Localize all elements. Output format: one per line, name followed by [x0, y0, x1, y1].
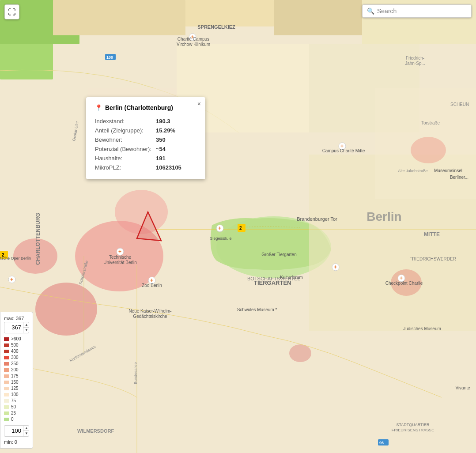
svg-text:FRIEDRICHSWERDER: FRIEDRICHSWERDER: [409, 257, 456, 261]
svg-text:CHARLOTTENBURG: CHARLOTTENBURG: [35, 213, 41, 265]
svg-text:+: +: [334, 264, 337, 270]
min-decrement-button[interactable]: ▼: [23, 431, 29, 436]
svg-text:SCHEUN: SCHEUN: [450, 102, 469, 107]
svg-text:100: 100: [106, 55, 113, 60]
search-bar[interactable]: 🔍: [362, 4, 472, 18]
svg-point-9: [35, 283, 97, 336]
legend-scale-item: 250: [4, 361, 29, 367]
popup-row-label: MikroPLZ:: [95, 163, 156, 172]
svg-rect-6: [274, 0, 362, 35]
svg-text:+: +: [10, 276, 13, 283]
popup-row-label: Potenzial (Bewohner):: [95, 144, 156, 154]
svg-text:Deutsche Oper Berlin: Deutsche Oper Berlin: [0, 256, 31, 260]
popup-data-row: Bewohner:350: [95, 135, 196, 144]
svg-text:Vivante: Vivante: [455, 385, 470, 390]
max-value-input[interactable]: [4, 323, 23, 332]
popup-row-value: 15.29%: [156, 126, 196, 135]
min-increment-button[interactable]: ▲: [23, 426, 29, 431]
svg-text:STADTQUARTIER: STADTQUARTIER: [396, 423, 430, 427]
max-increment-button[interactable]: ▲: [23, 322, 29, 328]
legend-scale-item: 200: [4, 367, 29, 373]
svg-text:Gedächtniskirche: Gedächtniskirche: [133, 314, 167, 319]
svg-text:2: 2: [239, 226, 242, 230]
info-popup: 📍 Berlin (Charlottenburg) × Indexstand:1…: [86, 97, 205, 179]
legend-scale-item: 500: [4, 342, 29, 348]
svg-text:Berliner...: Berliner...: [450, 175, 468, 180]
popup-row-label: Indexstand:: [95, 117, 156, 126]
svg-text:Jahn-Sp...: Jahn-Sp...: [405, 61, 425, 66]
legend-scale-item: 0: [4, 416, 29, 423]
svg-text:+: +: [400, 275, 403, 281]
legend-scale-item: 400: [4, 348, 29, 355]
legend-max-label: max: 367: [4, 316, 29, 321]
svg-text:96: 96: [379, 441, 384, 445]
svg-point-19: [289, 344, 311, 362]
svg-text:Museumsinsel: Museumsinsel: [434, 168, 462, 173]
popup-data-table: Indexstand:190.3Anteil (Zielgruppe):15.2…: [95, 117, 196, 172]
svg-text:+: +: [118, 249, 121, 255]
popup-row-value: 10623105: [156, 163, 196, 172]
svg-text:Berlin: Berlin: [366, 210, 401, 223]
legend-scale-item: 75: [4, 398, 29, 404]
legend-scale-item: 150: [4, 379, 29, 385]
svg-text:SPRENGELKIEZ: SPRENGELKIEZ: [197, 24, 235, 30]
popup-row-value: ~54: [156, 144, 196, 154]
popup-row-value: 191: [156, 154, 196, 163]
legend-scale-item: 50: [4, 404, 29, 410]
svg-text:Friedrich-: Friedrich-: [406, 56, 424, 60]
svg-text:Jüdisches Museum: Jüdisches Museum: [403, 326, 441, 331]
svg-text:Checkpoint Charlie: Checkpoint Charlie: [385, 281, 423, 286]
legend-scale-item: >600: [4, 336, 29, 342]
legend-scale: >6005004003002502001751501251007550250: [4, 336, 29, 423]
map-container[interactable]: 2 2 100 96 + + + + + + + + SPRENGELKIEZ …: [0, 0, 476, 453]
svg-text:Zoo Berlin: Zoo Berlin: [142, 283, 162, 288]
fullscreen-button[interactable]: [4, 4, 19, 19]
svg-text:Campus Charité Mitte: Campus Charité Mitte: [322, 148, 365, 153]
svg-rect-5: [185, 0, 274, 26]
legend-scale-item: 125: [4, 385, 29, 392]
popup-data-row: Indexstand:190.3: [95, 117, 196, 126]
popup-row-label: Haushalte:: [95, 154, 156, 163]
legend-scale-item: 100: [4, 392, 29, 398]
popup-data-row: MikroPLZ:10623105: [95, 163, 196, 172]
popup-row-value: 350: [156, 135, 196, 144]
svg-text:FRIEDRISENSTRASSE: FRIEDRISENSTRASSE: [392, 428, 434, 432]
svg-text:Siegessäule: Siegessäule: [210, 236, 231, 241]
popup-title: Berlin (Charlottenburg): [105, 104, 173, 111]
location-pin-icon: 📍: [95, 104, 102, 111]
popup-data-row: Anteil (Zielgruppe):15.29%: [95, 126, 196, 135]
legend-scale-item: 300: [4, 355, 29, 361]
popup-row-label: Bewohner:: [95, 135, 156, 144]
svg-text:Brandenburger Tor: Brandenburger Tor: [297, 216, 337, 222]
popup-row-value: 190.3: [156, 117, 196, 126]
popup-row-label: Anteil (Zielgruppe):: [95, 126, 156, 135]
max-decrement-button[interactable]: ▼: [23, 328, 29, 333]
svg-text:Torstraße: Torstraße: [421, 121, 440, 125]
svg-text:+: +: [150, 277, 153, 283]
svg-point-17: [411, 137, 446, 163]
legend-box: max: 367 ▲ ▼ >60050040030025020017515012…: [0, 312, 33, 449]
popup-data-row: Potenzial (Bewohner):~54: [95, 144, 196, 154]
max-value-stepper[interactable]: ▲ ▼: [4, 322, 29, 333]
svg-text:Bundesallee: Bundesallee: [133, 362, 138, 384]
svg-text:Neue Kaiser-Wilhelm-: Neue Kaiser-Wilhelm-: [128, 309, 171, 313]
search-icon: 🔍: [367, 8, 374, 15]
min-value-stepper[interactable]: ▲ ▼: [4, 425, 29, 437]
popup-data-row: Haushalte:191: [95, 154, 196, 163]
min-value-input[interactable]: [4, 427, 23, 435]
svg-text:+: +: [218, 225, 221, 231]
svg-text:Universität Berlin: Universität Berlin: [103, 260, 137, 265]
search-input[interactable]: [377, 8, 467, 15]
popup-close-button[interactable]: ×: [197, 101, 201, 107]
legend-scale-item: 175: [4, 373, 29, 379]
svg-text:Schwules Museum *: Schwules Museum *: [237, 307, 277, 312]
svg-text:MITTE: MITTE: [424, 231, 440, 238]
svg-text:Charité Campus: Charité Campus: [178, 37, 209, 42]
svg-rect-4: [53, 0, 185, 35]
legend-scale-item: 25: [4, 410, 29, 416]
legend-min-label: min: 0: [4, 439, 29, 445]
svg-text:WILMERSDORF: WILMERSDORF: [77, 428, 114, 434]
svg-text:Großer Tiergarten: Großer Tiergarten: [261, 252, 296, 257]
svg-text:Alte Jakobstraße: Alte Jakobstraße: [398, 169, 428, 173]
svg-text:Virchow Klinikum: Virchow Klinikum: [177, 42, 210, 47]
